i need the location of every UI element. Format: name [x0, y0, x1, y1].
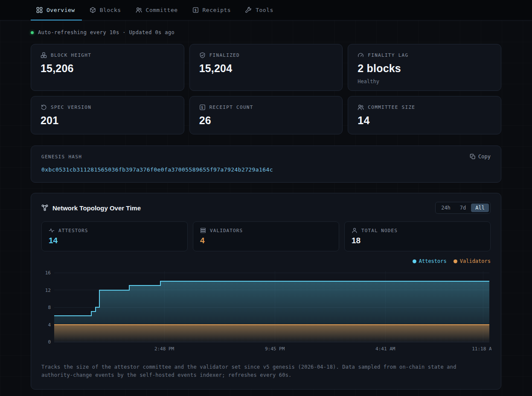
- stat-value: 14: [358, 114, 491, 127]
- svg-text:0: 0: [48, 339, 51, 345]
- stat-value: 15,206: [41, 62, 174, 75]
- svg-text:12: 12: [45, 288, 51, 293]
- topology-chart: 04812162:48 PM9:45 PM4:41 AM11:18 AM: [41, 268, 491, 355]
- svg-text:11:18 AM: 11:18 AM: [472, 346, 491, 352]
- stat-value: 18: [352, 236, 483, 245]
- tab-blocks[interactable]: Blocks: [90, 0, 121, 20]
- svg-text:$: $: [201, 105, 203, 110]
- svg-text:$: $: [194, 8, 197, 12]
- stats-grid: BLOCK HEIGHT 15,206 FINALIZED 15,204 FIN…: [31, 44, 501, 134]
- tab-label: Tools: [256, 7, 273, 13]
- range-button-24h[interactable]: 24h: [437, 204, 455, 212]
- top-nav: Overview Blocks Committee $ Receipts Too…: [0, 0, 532, 20]
- time-range-selector: 24h 7d All: [435, 202, 491, 214]
- stat-value: 14: [49, 236, 180, 245]
- tab-label: Receipts: [203, 7, 231, 13]
- tab-label: Committee: [146, 7, 178, 13]
- stat-label: TOTAL NODES: [361, 228, 398, 233]
- genesis-hash-card: GENESIS HASH Copy 0xbc0531cb311281565036…: [31, 146, 501, 183]
- main-content: BLOCK HEIGHT 15,206 FINALIZED 15,204 FIN…: [0, 44, 532, 390]
- stat-label: COMMITTEE SIZE: [368, 105, 415, 110]
- tab-receipts[interactable]: $ Receipts: [192, 0, 231, 20]
- stat-label: VALIDATORS: [210, 228, 243, 233]
- legend-label: Attestors: [419, 258, 447, 264]
- receipt-icon: $: [192, 7, 199, 13]
- stat-label: FINALIZED: [209, 52, 240, 58]
- stat-card-finality-lag: FINALITY LAG 2 blocks Healthy: [348, 44, 501, 91]
- wrench-icon: [245, 7, 252, 13]
- node-icon: [352, 227, 358, 233]
- stat-label: FINALITY LAG: [368, 52, 408, 58]
- people-icon: [358, 104, 364, 111]
- svg-text:9:45 PM: 9:45 PM: [265, 346, 285, 352]
- legend-label: Validators: [460, 258, 491, 264]
- refresh-status-text: Auto-refreshing every 10s · Updated 0s a…: [38, 29, 174, 35]
- refresh-status: Auto-refreshing every 10s · Updated 0s a…: [0, 20, 532, 35]
- chart-legend: Attestors Validators: [41, 258, 491, 264]
- topology-title: Network Topology Over Time: [52, 204, 141, 212]
- stat-card-receipt-count: $ RECEIPT COUNT 26: [189, 96, 343, 134]
- range-button-all[interactable]: All: [471, 204, 489, 212]
- tab-overview[interactable]: Overview: [36, 0, 75, 20]
- history-icon: [41, 104, 47, 111]
- topo-stat-validators: VALIDATORS 4: [193, 221, 339, 251]
- stat-label: RECEIPT COUNT: [209, 105, 253, 110]
- tab-committee[interactable]: Committee: [136, 0, 178, 20]
- range-button-7d[interactable]: 7d: [456, 204, 470, 212]
- receipt-icon: $: [199, 104, 206, 111]
- stat-label: ATTESTORS: [58, 228, 88, 233]
- tab-label: Blocks: [100, 7, 121, 13]
- cube-icon: [90, 7, 96, 13]
- stat-card-committee-size: COMMITTEE SIZE 14: [348, 96, 501, 134]
- svg-text:2:48 PM: 2:48 PM: [154, 346, 174, 352]
- stat-label: BLOCK HEIGHT: [51, 52, 91, 58]
- tab-tools[interactable]: Tools: [245, 0, 273, 20]
- topology-card: Network Topology Over Time 24h 7d All AT…: [31, 193, 501, 390]
- svg-text:4: 4: [48, 322, 51, 328]
- topo-stat-total-nodes: TOTAL NODES 18: [344, 221, 491, 251]
- grid-icon: [36, 7, 43, 13]
- copy-button[interactable]: Copy: [470, 154, 491, 160]
- chart-caption: Tracks the size of the attestor committe…: [41, 363, 491, 379]
- shield-check-icon: [199, 52, 206, 58]
- genesis-hash-value: 0xbc0531cb311281565036fb397a376f0e0fa370…: [41, 166, 491, 173]
- gauge-icon: [358, 52, 364, 58]
- stat-label: SPEC VERSION: [51, 105, 91, 110]
- stat-card-block-height: BLOCK HEIGHT 15,206: [31, 44, 184, 91]
- legend-dot: [413, 259, 416, 263]
- topology-chart-area: 04812162:48 PM9:45 PM4:41 AM11:18 AM: [41, 268, 491, 356]
- live-status-dot: [31, 31, 34, 34]
- people-icon: [136, 7, 142, 13]
- server-icon: [200, 227, 206, 233]
- svg-text:4:41 AM: 4:41 AM: [375, 346, 395, 352]
- stat-value: 15,204: [199, 62, 333, 75]
- stat-subtext: Healthy: [358, 79, 491, 84]
- blocks-icon: [41, 52, 47, 58]
- stat-value: 26: [199, 114, 333, 127]
- stat-value: 4: [200, 236, 332, 245]
- legend-item-attestors[interactable]: Attestors: [413, 258, 447, 264]
- svg-text:16: 16: [45, 270, 51, 276]
- copy-label: Copy: [478, 154, 491, 160]
- network-icon: [41, 204, 48, 211]
- stat-card-finalized: FINALIZED 15,204: [189, 44, 343, 91]
- copy-icon: [470, 154, 476, 160]
- topology-stats: ATTESTORS 14 VALIDATORS 4 TOTAL NODES 18: [41, 221, 491, 251]
- stat-value: 2 blocks: [358, 62, 491, 75]
- tab-label: Overview: [47, 7, 75, 13]
- activity-icon: [49, 227, 55, 233]
- stat-value: 201: [41, 114, 174, 127]
- genesis-hash-label: GENESIS HASH: [41, 154, 82, 160]
- legend-item-validators[interactable]: Validators: [454, 258, 491, 264]
- stat-card-spec-version: SPEC VERSION 201: [31, 96, 184, 134]
- legend-dot: [454, 259, 457, 263]
- topo-stat-attestors: ATTESTORS 14: [41, 221, 188, 251]
- svg-text:8: 8: [48, 305, 51, 310]
- topology-title-row: Network Topology Over Time: [41, 204, 141, 212]
